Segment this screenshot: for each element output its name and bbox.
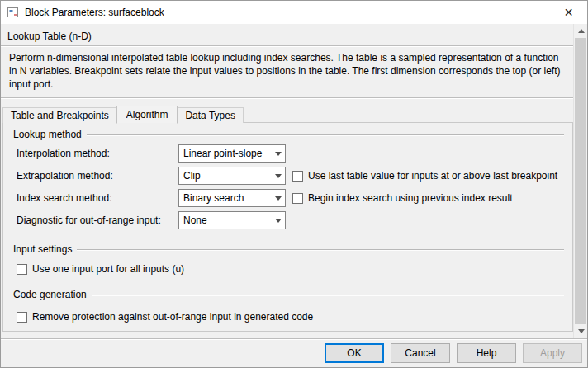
use-last-table-value-option: Use last table value for inputs at or ab… (292, 170, 557, 182)
chevron-down-icon (271, 190, 285, 206)
index-search-method-label: Index search method: (17, 192, 178, 204)
tab-strip: Table and Breakpoints Algorithm Data Typ… (1, 105, 573, 123)
use-last-table-value-checkbox[interactable] (292, 171, 303, 182)
lookup-method-group-header: Lookup method (13, 129, 564, 140)
group-title: Input settings (13, 243, 77, 255)
extrapolation-method-label: Extrapolation method: (17, 170, 178, 182)
input-settings-group-header: Input settings (13, 243, 564, 255)
chevron-down-icon (271, 145, 285, 162)
dialog-footer: OK Cancel Help Apply (1, 338, 587, 367)
index-search-method-row: Index search method: Binary search Begin… (17, 189, 572, 207)
dropdown-value: Clip (179, 170, 271, 182)
titlebar[interactable]: Block Parameters: surfaceblock ✕ (1, 1, 587, 24)
group-title: Lookup method (13, 129, 87, 140)
group-divider (77, 249, 564, 251)
tab-table-and-breakpoints[interactable]: Table and Breakpoints (2, 107, 117, 123)
apply-button[interactable]: Apply (523, 343, 582, 363)
checkbox-label: Begin index search using previous index … (308, 192, 512, 204)
block-description: Perform n-dimensional interpolated table… (1, 47, 573, 97)
checkbox-label: Remove protection against out-of-range i… (32, 311, 313, 323)
window-title: Block Parameters: surfaceblock (25, 7, 164, 18)
cancel-button[interactable]: Cancel (391, 343, 450, 363)
chevron-down-icon (271, 212, 285, 229)
scroll-up-icon[interactable] (574, 24, 587, 38)
interpolation-method-row: Interpolation method: Linear point-slope (17, 144, 572, 163)
group-title: Code generation (13, 289, 92, 300)
scroll-down-icon[interactable] (574, 324, 587, 338)
interpolation-method-label: Interpolation method: (17, 148, 178, 159)
ok-button[interactable]: OK (325, 343, 384, 363)
dropdown-value: Linear point-slope (179, 148, 271, 159)
checkbox-label: Use last table value for inputs at or ab… (308, 170, 557, 182)
code-generation-group-header: Code generation (13, 289, 564, 300)
chevron-down-icon (271, 167, 285, 184)
remove-protection-option: Remove protection against out-of-range i… (17, 311, 572, 323)
interpolation-method-dropdown[interactable]: Linear point-slope (178, 144, 286, 163)
scrollbar-thumb[interactable] (575, 38, 586, 324)
dialog-body: Lookup Table (n-D) Perform n-dimensional… (1, 24, 587, 338)
one-input-port-option: Use one input port for all inputs (u) (17, 263, 572, 275)
vertical-scrollbar[interactable] (573, 24, 587, 338)
group-divider (87, 134, 564, 136)
index-search-method-dropdown[interactable]: Binary search (178, 189, 286, 207)
diagnostic-label: Diagnostic for out-of-range input: (17, 215, 178, 226)
block-parameters-dialog: Block Parameters: surfaceblock ✕ Lookup … (0, 0, 588, 368)
window-icon (7, 6, 20, 19)
remove-protection-checkbox[interactable] (17, 312, 27, 323)
block-type-title: Lookup Table (n-D) (1, 24, 573, 45)
close-icon[interactable]: ✕ (550, 1, 587, 24)
help-button[interactable]: Help (457, 343, 516, 363)
begin-index-search-option: Begin index search using previous index … (292, 192, 512, 204)
tab-data-types[interactable]: Data Types (177, 107, 243, 123)
diagnostic-dropdown[interactable]: None (178, 211, 286, 229)
begin-index-search-checkbox[interactable] (292, 193, 303, 204)
tab-algorithm[interactable]: Algorithm (116, 106, 178, 124)
dropdown-value: None (179, 215, 271, 226)
dropdown-value: Binary search (179, 192, 271, 204)
checkbox-label: Use one input port for all inputs (u) (32, 263, 184, 275)
algorithm-tab-panel: Lookup method Interpolation method: Line… (2, 122, 573, 332)
group-divider (92, 295, 564, 296)
extrapolation-method-row: Extrapolation method: Clip Use last tabl… (17, 167, 572, 185)
separator (1, 97, 573, 99)
extrapolation-method-dropdown[interactable]: Clip (178, 167, 286, 185)
one-input-port-checkbox[interactable] (17, 264, 27, 275)
diagnostic-row: Diagnostic for out-of-range input: None (17, 211, 572, 229)
